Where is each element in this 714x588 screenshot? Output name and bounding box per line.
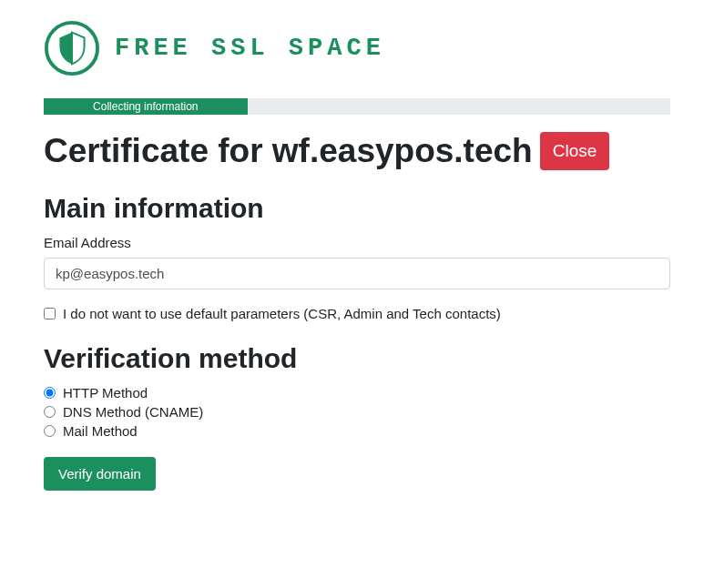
verify-domain-button[interactable]: Verify domain [44, 457, 156, 491]
page-title: Certificate for wf.easypos.tech [44, 131, 533, 171]
verification-radio-dns[interactable] [44, 406, 56, 418]
site-header: FREE SSL SPACE [44, 20, 670, 76]
verification-radio-http-label[interactable]: HTTP Method [63, 385, 148, 400]
verification-radio-mail[interactable] [44, 425, 56, 437]
verification-radio-group: HTTP Method DNS Method (CNAME) Mail Meth… [44, 385, 670, 439]
verification-radio-mail-label[interactable]: Mail Method [63, 423, 138, 439]
email-label: Email Address [44, 235, 670, 250]
email-field[interactable] [44, 258, 670, 289]
shield-icon [44, 20, 100, 76]
title-prefix: Certificate for [44, 132, 272, 169]
brand-name: FREE SSL SPACE [115, 35, 385, 62]
no-default-params-checkbox[interactable] [44, 308, 56, 319]
main-info-heading: Main information [44, 193, 670, 224]
verification-radio-dns-label[interactable]: DNS Method (CNAME) [63, 404, 203, 420]
close-button[interactable]: Close [540, 132, 610, 171]
progress-bar: Collecting information [44, 98, 670, 115]
title-domain: wf.easypos.tech [272, 132, 533, 169]
verification-radio-http[interactable] [44, 387, 56, 399]
no-default-params-label[interactable]: I do not want to use default parameters … [63, 306, 501, 321]
verification-heading: Verification method [44, 343, 670, 374]
progress-step-current: Collecting information [44, 98, 248, 115]
title-row: Certificate for wf.easypos.tech Close [44, 131, 670, 171]
